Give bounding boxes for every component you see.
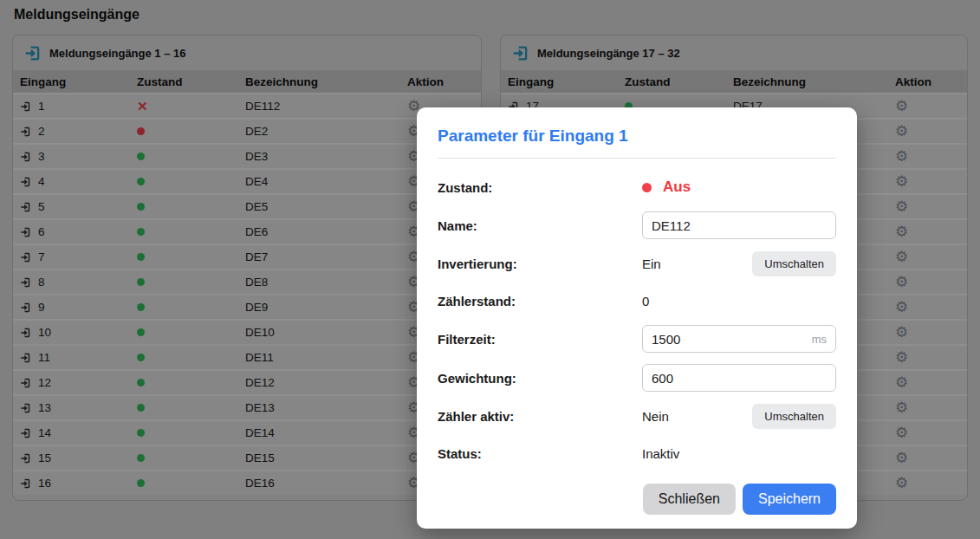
invertierung-toggle-button[interactable]: Umschalten [752,251,836,276]
filterzeit-label: Filterzeit: [438,332,642,347]
gewichtung-input[interactable] [642,364,836,392]
name-label: Name: [438,218,642,233]
field-gewichtung: Gewichtung: [438,364,836,392]
field-status: Status: Inaktiv [438,440,836,466]
zaehler-aktiv-value: Nein [642,409,669,424]
state-off-icon [642,183,652,192]
close-button[interactable]: Schließen [643,484,736,515]
parameter-modal: Parameter für Eingang 1 Zustand: Aus Nam… [417,107,857,529]
modal-title: Parameter für Eingang 1 [438,127,836,146]
zustand-label: Zustand: [438,180,642,195]
invertierung-label: Invertierung: [438,257,642,271]
zaehler-aktiv-label: Zähler aktiv: [438,409,642,424]
field-filterzeit: Filterzeit: ms [438,325,836,353]
status-value: Inaktiv [642,446,679,461]
field-invertierung: Invertierung: Ein Umschalten [438,250,836,276]
modal-footer: Schließen Speichern [438,484,836,515]
zustand-value: Aus [663,179,691,196]
zaehlerstand-label: Zählerstand: [438,294,642,308]
field-zustand: Zustand: Aus [438,174,836,200]
field-name: Name: [438,211,836,239]
save-button[interactable]: Speichern [743,484,836,515]
zaehlerstand-value: 0 [642,294,649,308]
divider [438,158,836,159]
field-zaehlerstand: Zählerstand: 0 [438,288,836,314]
invertierung-value: Ein [642,257,661,271]
gewichtung-label: Gewichtung: [438,371,642,386]
zaehler-aktiv-toggle-button[interactable]: Umschalten [752,404,836,429]
name-input[interactable] [642,211,836,239]
field-zaehler-aktiv: Zähler aktiv: Nein Umschalten [438,403,836,429]
filterzeit-input[interactable] [642,325,836,353]
status-label: Status: [438,446,642,461]
